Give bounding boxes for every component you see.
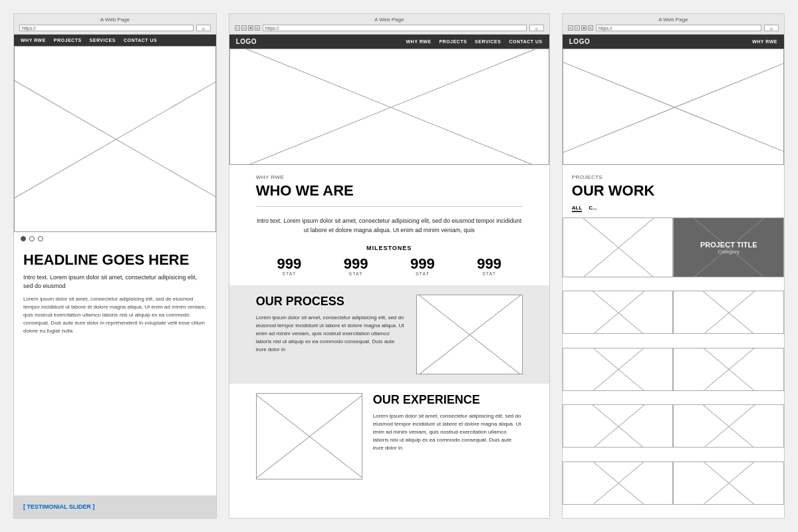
browser-url-2[interactable]: https://	[263, 25, 527, 31]
milestones-section: MILESTONES 999 STAT 999 STAT 999 STAT 99…	[229, 245, 549, 285]
filter-other[interactable]: C...	[589, 205, 597, 212]
filter-row: ALL C...	[563, 205, 784, 217]
nav-link-contact-2[interactable]: CONTACT US	[509, 39, 542, 44]
stat-number-4: 999	[477, 257, 501, 271]
browser-search-2[interactable]: ⌕	[529, 25, 544, 31]
home-btn-3[interactable]: ⌂	[588, 25, 593, 31]
work-section-title: OUR WORK	[572, 182, 775, 200]
nav-link-why-rwe-2[interactable]: WHY RWE	[406, 39, 432, 44]
browser-url-3[interactable]: https://	[596, 25, 761, 31]
panel1-content: HEADLINE GOES HERE Intro text. Lorem ips…	[14, 245, 216, 342]
process-body: Lorem ipsum dolor sit amet, consectetur …	[256, 314, 406, 354]
browser-buttons-2: ← → ✕ ⌂	[235, 25, 260, 31]
filter-all[interactable]: ALL	[572, 205, 583, 212]
project-overlay: PROJECT TITLE Category	[674, 218, 783, 277]
stat-2: 999 STAT	[344, 257, 368, 276]
stat-number-2: 999	[344, 257, 368, 271]
hero-image-2	[229, 49, 549, 165]
nav-link-why-rwe-1[interactable]: WHY RWE	[21, 38, 46, 43]
logo-2: LOGO	[236, 38, 257, 45]
stat-number-1: 999	[277, 257, 301, 271]
hero-image-1	[14, 46, 216, 232]
grid-cell-5	[563, 348, 674, 391]
grid-cell-9	[563, 462, 674, 505]
stat-4: 999 STAT	[477, 257, 501, 276]
who-intro-text: Intro text. Lorem ipsum dolor sit amet, …	[229, 207, 549, 245]
dot-1[interactable]	[21, 236, 26, 241]
carousel-dots	[14, 232, 216, 245]
stat-1: 999 STAT	[277, 257, 301, 276]
process-section: OUR PROCESS Lorem ipsum dolor sit amet, …	[229, 285, 549, 384]
grid-cell-featured[interactable]: PROJECT TITLE Category	[673, 217, 784, 277]
grid-cell-3	[563, 291, 674, 334]
browser-title-3: A Web Page	[568, 17, 779, 23]
milestones-title: MILESTONES	[256, 245, 523, 251]
nav-bar-1: WHY RWE PROJECTS SERVICES CONTACT US	[14, 35, 216, 46]
stats-row: 999 STAT 999 STAT 999 STAT 999 STAT	[256, 257, 523, 276]
stat-number-3: 999	[410, 257, 435, 271]
our-work-section: PROJECTS OUR WORK	[563, 165, 784, 205]
forward-btn-3[interactable]: →	[575, 25, 580, 31]
dot-2[interactable]	[29, 236, 35, 241]
nav-link-projects-2[interactable]: PROJECTS	[439, 39, 467, 44]
experience-title: OUR EXPERIENCE	[373, 393, 523, 407]
who-section-title: WHO WE ARE	[256, 182, 523, 200]
headline: HEADLINE GOES HERE	[23, 252, 207, 268]
who-we-are-section: WHY RWE WHO WE ARE	[229, 165, 549, 206]
process-title: OUR PROCESS	[256, 295, 406, 309]
stat-label-4: STAT	[477, 271, 501, 276]
close-btn-3[interactable]: ✕	[581, 25, 587, 31]
work-section-label: PROJECTS	[572, 174, 775, 180]
grid-cell-10	[673, 462, 784, 505]
browser-chrome-3: A Web Page ← → ✕ ⌂ https:// ⌕	[563, 14, 784, 35]
browser-bar-3: ← → ✕ ⌂ https:// ⌕	[568, 25, 779, 31]
stat-label-3: STAT	[410, 271, 435, 276]
browser-title-1: A Web Page	[19, 17, 211, 23]
experience-section: OUR EXPERIENCE Lorem ipsum dolor sit ame…	[229, 384, 549, 489]
panel-mobile: A Web Page https:// ⌕ WHY RWE PROJECTS S…	[13, 13, 217, 519]
nav-link-projects-1[interactable]: PROJECTS	[54, 38, 82, 43]
grid-cell-7	[563, 404, 674, 448]
experience-image	[256, 393, 362, 479]
back-btn-3[interactable]: ←	[568, 25, 573, 31]
panel-projects: A Web Page ← → ✕ ⌂ https:// ⌕ LOGO WHY R…	[562, 13, 785, 519]
body-text: Lorem ipsum dolor sit amet, consectetur …	[23, 295, 207, 335]
stat-label-1: STAT	[277, 271, 301, 276]
panel-desktop-full: A Web Page ← → ✕ ⌂ https:// ⌕ LOGO WHY R…	[229, 13, 550, 519]
testimonial-section: [ TESTIMONIAL SLIDER ]	[14, 495, 216, 518]
forward-btn[interactable]: →	[241, 25, 247, 31]
grid-cell-6	[673, 348, 784, 391]
nav-link-contact-1[interactable]: CONTACT US	[124, 38, 157, 43]
nav-bar-3: LOGO WHY RWE	[563, 35, 784, 49]
experience-body: Lorem ipsum dolor sit amet, consectetur …	[373, 412, 523, 452]
process-text: OUR PROCESS Lorem ipsum dolor sit amet, …	[256, 295, 406, 354]
stat-label-2: STAT	[344, 271, 368, 276]
browser-bar-2: ← → ✕ ⌂ https:// ⌕	[235, 25, 544, 31]
who-section-label: WHY RWE	[256, 174, 523, 180]
nav-link-services-1[interactable]: SERVICES	[90, 38, 116, 43]
logo-3: LOGO	[569, 38, 590, 45]
stat-3: 999 STAT	[410, 257, 435, 276]
project-title: PROJECT TITLE	[700, 241, 757, 249]
hero-image-3	[563, 49, 784, 165]
browser-url-1[interactable]: https://	[19, 25, 194, 31]
intro-text: Intro text. Lorem ipsum dolor sit amet, …	[23, 273, 207, 290]
nav-bar-2: LOGO WHY RWE PROJECTS SERVICES CONTACT U…	[229, 35, 549, 49]
grid-cell-4	[673, 291, 784, 334]
experience-text: OUR EXPERIENCE Lorem ipsum dolor sit ame…	[373, 393, 523, 452]
testimonial-label: [ TESTIMONIAL SLIDER ]	[23, 503, 207, 510]
browser-buttons-3: ← → ✕ ⌂	[568, 25, 593, 31]
process-image	[416, 295, 523, 374]
home-btn[interactable]: ⌂	[255, 25, 260, 31]
back-btn[interactable]: ←	[235, 25, 240, 31]
projects-grid: PROJECT TITLE Category	[563, 217, 784, 518]
nav-link-services-2[interactable]: SERVICES	[475, 39, 501, 44]
close-btn[interactable]: ✕	[248, 25, 253, 31]
browser-chrome-1: A Web Page https:// ⌕	[14, 14, 216, 35]
browser-chrome-2: A Web Page ← → ✕ ⌂ https:// ⌕	[229, 14, 549, 35]
nav-link-why-rwe-3[interactable]: WHY RWE	[752, 39, 777, 44]
dot-3[interactable]	[38, 236, 43, 241]
browser-search-1[interactable]: ⌕	[196, 25, 211, 31]
grid-cell-8	[673, 404, 784, 448]
browser-search-3[interactable]: ⌕	[764, 25, 779, 31]
